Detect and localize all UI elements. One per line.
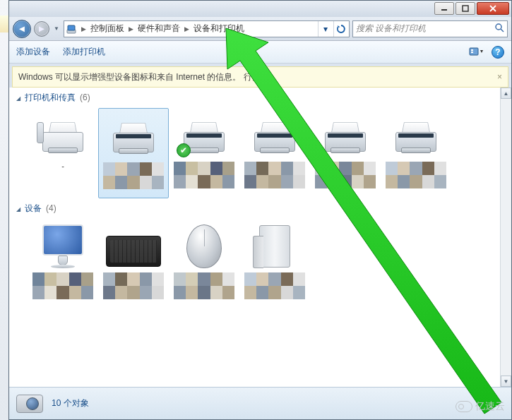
view-options-button[interactable] [469, 46, 484, 59]
scroll-track[interactable] [501, 99, 511, 376]
info-bar-close-icon[interactable]: × [497, 72, 502, 82]
minimize-button[interactable] [434, 2, 454, 15]
group-header-printers[interactable]: ◢ 打印机和传真 (6) [9, 88, 500, 105]
nav-back-button[interactable]: ◄ [13, 20, 31, 38]
camera-icon [16, 395, 43, 413]
device-item-printer[interactable] [98, 108, 169, 198]
arrow-right-icon: ► [37, 23, 47, 34]
svg-rect-8 [470, 48, 478, 55]
item-label-blurred [386, 162, 446, 188]
printer-icon [391, 115, 441, 155]
item-label-blurred [315, 162, 376, 188]
details-count-text: 10 个对象 [52, 397, 89, 409]
svg-rect-5 [68, 25, 75, 30]
device-item-printer-default[interactable]: ✔ [169, 108, 239, 198]
device-item-fax[interactable]: - [28, 108, 98, 198]
breadcrumb-seg-devices-printers[interactable]: 设备和打印机 [194, 23, 244, 35]
item-label-blurred [103, 162, 164, 189]
item-label: - [61, 162, 64, 170]
watermark-text: 亿速云 [475, 400, 505, 413]
external-drive-icon [259, 225, 290, 268]
add-printer-button[interactable]: 添加打印机 [63, 46, 105, 58]
monitor-icon [38, 223, 88, 268]
search-box[interactable]: 搜索 设备和打印机 [352, 20, 508, 37]
svg-line-7 [501, 29, 504, 32]
devices-items [9, 216, 500, 309]
device-item-printer[interactable] [239, 108, 310, 198]
device-item-printer[interactable] [381, 108, 451, 198]
nav-forward-button[interactable]: ► [34, 21, 49, 37]
item-label-blurred [244, 162, 305, 188]
breadcrumb-sep-icon: ▶ [127, 25, 135, 32]
default-check-icon: ✔ [177, 143, 191, 157]
breadcrumb-seg-control-panel[interactable]: 控制面板 [90, 23, 124, 35]
vertical-scrollbar[interactable]: ▲ ▼ [500, 88, 511, 387]
mouse-icon [186, 224, 222, 268]
printer-icon [109, 116, 158, 155]
collapse-triangle-icon: ◢ [16, 95, 20, 102]
navigation-bar: ◄ ► ▼ ▶ 控制面板 ▶ 硬件和声音 ▶ 设备和打印机 ▾ 搜索 设备和打印… [9, 17, 511, 41]
scroll-down-button[interactable]: ▼ [501, 376, 511, 387]
item-label-blurred [244, 272, 305, 299]
svg-rect-1 [463, 6, 468, 11]
help-button[interactable]: ? [492, 46, 504, 59]
arrow-left-icon: ◄ [18, 23, 27, 34]
group-title: 设备 [25, 203, 42, 215]
scroll-up-button[interactable]: ▲ [501, 88, 511, 99]
collapse-triangle-icon: ◢ [16, 206, 20, 212]
maximize-button[interactable] [456, 2, 475, 15]
svg-point-6 [496, 24, 501, 30]
item-label-blurred [174, 272, 234, 299]
nav-history-dropdown[interactable]: ▼ [52, 20, 61, 38]
device-item-drive[interactable] [239, 219, 310, 309]
explorer-window: ◄ ► ▼ ▶ 控制面板 ▶ 硬件和声音 ▶ 设备和打印机 ▾ 搜索 设备和打印… [8, 0, 512, 420]
group-header-devices[interactable]: ◢ 设备 (4) [9, 198, 500, 216]
breadcrumb-sep-icon: ▶ [80, 25, 88, 32]
item-label-blurred [174, 162, 234, 188]
breadcrumb-sep-icon: ▶ [183, 25, 191, 32]
address-dropdown-button[interactable]: ▾ [318, 21, 332, 37]
search-placeholder: 搜索 设备和打印机 [356, 23, 426, 35]
item-label-blurred [32, 272, 93, 299]
details-icon [16, 392, 44, 416]
content-pane: ◢ 打印机和传真 (6) - ✔ [9, 88, 500, 387]
command-bar: 添加设备 添加打印机 ? [9, 41, 511, 64]
group-count: (6) [80, 92, 90, 102]
device-item-mouse[interactable] [169, 219, 239, 309]
svg-rect-9 [471, 49, 473, 51]
titlebar [9, 1, 511, 17]
keyboard-icon [106, 236, 161, 267]
printer-icon [321, 115, 370, 155]
device-item-monitor[interactable] [28, 219, 98, 309]
watermark: 亿速云 [456, 400, 505, 413]
printers-items: - ✔ [9, 105, 500, 198]
group-count: (4) [46, 203, 56, 213]
device-item-printer[interactable] [310, 108, 381, 198]
svg-rect-10 [471, 52, 473, 53]
search-icon [494, 23, 504, 35]
item-label-blurred [103, 272, 164, 299]
info-bar[interactable]: Windows 可以显示增强型设备图标和来自 Internet 的信息。 行更改… [12, 66, 508, 88]
info-bar-text: Windows 可以显示增强型设备图标和来自 Internet 的信息。 行更改… [18, 71, 276, 83]
device-item-keyboard[interactable] [98, 219, 169, 309]
watermark-logo-icon [456, 401, 472, 412]
close-button[interactable] [477, 2, 509, 15]
group-title: 打印机和传真 [25, 92, 76, 104]
breadcrumb-seg-hardware-sound[interactable]: 硬件和声音 [138, 23, 180, 35]
add-device-button[interactable]: 添加设备 [16, 46, 50, 58]
address-bar[interactable]: ▶ 控制面板 ▶ 硬件和声音 ▶ 设备和打印机 ▾ [64, 20, 350, 37]
location-icon [66, 23, 77, 35]
printer-icon [250, 115, 299, 155]
details-pane: 10 个对象 [9, 387, 511, 419]
refresh-button[interactable] [333, 21, 347, 37]
fax-icon [38, 115, 88, 155]
